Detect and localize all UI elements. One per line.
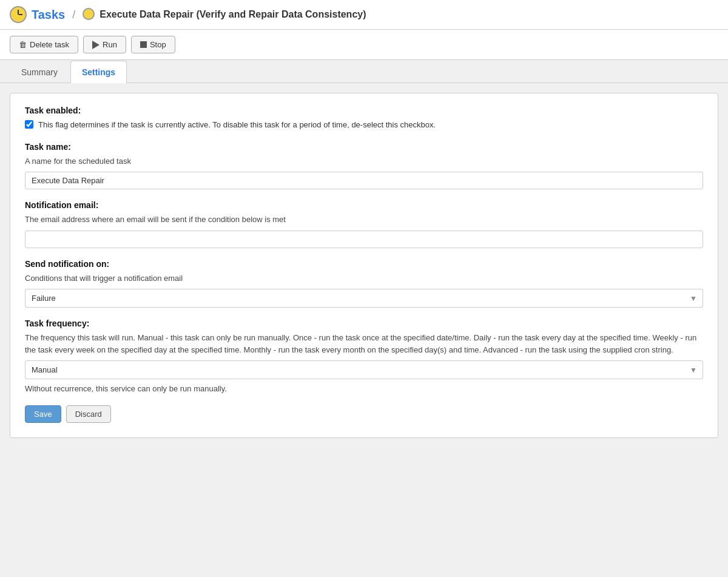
header: Tasks / Execute Data Repair (Verify and … <box>0 0 728 30</box>
task-enabled-row: This flag determines if the task is curr… <box>25 119 703 131</box>
stop-icon <box>140 41 147 48</box>
send-notification-wrap: Failure Success Always Never ▼ <box>25 289 703 308</box>
task-enabled-desc: This flag determines if the task is curr… <box>38 119 436 131</box>
toolbar: 🗑 Delete task Run Stop <box>0 30 728 60</box>
discard-label: Discard <box>75 410 102 419</box>
notification-email-desc: The email address where an email will be… <box>25 214 703 226</box>
play-icon <box>92 41 99 49</box>
notification-email-section: Notification email: The email address wh… <box>25 200 703 248</box>
task-enabled-label: Task enabled: <box>25 106 703 115</box>
notification-email-input[interactable] <box>25 231 703 248</box>
task-frequency-wrap: Manual Once Daily Weekly Monthly Advance… <box>25 360 703 379</box>
page-title: Execute Data Repair (Verify and Repair D… <box>99 9 366 20</box>
task-frequency-desc: The frequency this task will run. Manual… <box>25 332 703 356</box>
tasks-breadcrumb[interactable]: Tasks <box>32 8 65 22</box>
tab-settings[interactable]: Settings <box>70 61 127 83</box>
task-name-section: Task name: A name for the scheduled task <box>25 142 703 190</box>
send-notification-select[interactable]: Failure Success Always Never <box>25 289 703 308</box>
task-frequency-section: Task frequency: The frequency this task … <box>25 319 703 393</box>
send-notification-label: Send notification on: <box>25 259 703 269</box>
action-row: Save Discard <box>25 405 703 423</box>
task-name-label: Task name: <box>25 142 703 152</box>
tab-summary[interactable]: Summary <box>10 61 69 83</box>
delete-task-button[interactable]: 🗑 Delete task <box>10 36 78 53</box>
settings-card: Task enabled: This flag determines if th… <box>10 93 718 438</box>
main-content: Task enabled: This flag determines if th… <box>0 83 728 448</box>
stop-label: Stop <box>150 40 166 49</box>
send-notification-desc: Conditions that will trigger a notificat… <box>25 272 703 285</box>
task-enabled-section: Task enabled: This flag determines if th… <box>25 106 703 131</box>
breadcrumb-separator: / <box>72 8 75 21</box>
save-label: Save <box>34 410 52 419</box>
save-button[interactable]: Save <box>25 405 61 423</box>
task-frequency-select[interactable]: Manual Once Daily Weekly Monthly Advance… <box>25 360 703 379</box>
task-name-desc: A name for the scheduled task <box>25 155 703 167</box>
stop-button[interactable]: Stop <box>131 36 175 53</box>
notification-email-label: Notification email: <box>25 200 703 210</box>
run-label: Run <box>103 40 117 49</box>
task-frequency-label: Task frequency: <box>25 319 703 328</box>
tasks-icon <box>10 6 27 23</box>
trash-icon: 🗑 <box>19 40 27 49</box>
send-notification-section: Send notification on: Conditions that wi… <box>25 259 703 308</box>
task-enabled-checkbox[interactable] <box>25 120 33 129</box>
run-button[interactable]: Run <box>83 36 126 53</box>
tabs: Summary Settings <box>0 60 728 83</box>
recurrence-note: Without recurrence, this service can onl… <box>25 384 703 393</box>
delete-label: Delete task <box>30 40 69 49</box>
page-icon <box>83 8 95 20</box>
discard-button[interactable]: Discard <box>66 405 111 423</box>
task-name-input[interactable] <box>25 172 703 189</box>
